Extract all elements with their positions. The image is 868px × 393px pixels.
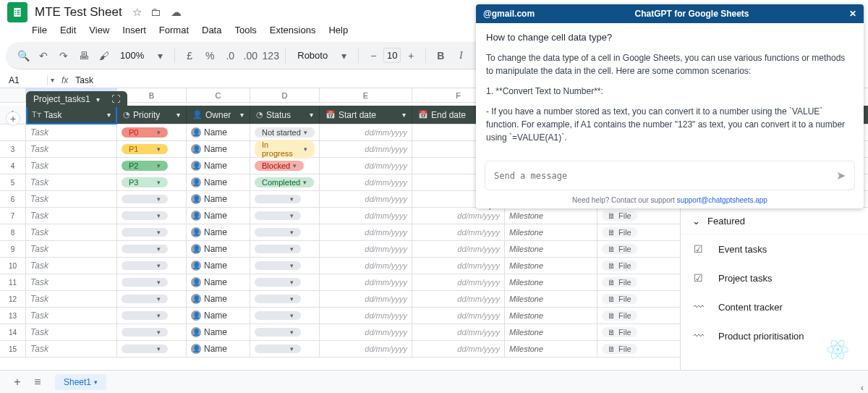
percent-icon[interactable]: %	[201, 47, 218, 64]
empty-chip[interactable]: ▾	[122, 261, 168, 270]
redo-icon[interactable]: ↷	[55, 47, 72, 64]
empty-chip[interactable]: ▾	[122, 228, 168, 237]
empty-chip[interactable]: ▾	[255, 211, 301, 220]
cell-start[interactable]: dd/mm/yyyy	[320, 158, 412, 174]
empty-chip[interactable]: ▾	[122, 295, 168, 303]
empty-chip[interactable]: ▾	[255, 261, 301, 270]
row-header[interactable]	[0, 124, 26, 140]
star-icon[interactable]: ☆	[132, 6, 142, 18]
chevron-down-icon[interactable]: ▾	[402, 111, 406, 119]
cell-milestone[interactable]: Milestone	[505, 341, 597, 357]
cell-owner[interactable]: 👤Name	[187, 141, 250, 157]
cell-end[interactable]: dd/mm/yyyy	[412, 224, 505, 240]
close-icon[interactable]: ✕	[849, 9, 856, 19]
col-header-c[interactable]: C	[187, 88, 250, 103]
italic-icon[interactable]: I	[452, 47, 469, 64]
cell-milestone[interactable]: Milestone	[505, 241, 597, 257]
row-header[interactable]: 14	[0, 324, 26, 340]
add-row-button[interactable]: +	[6, 111, 20, 126]
empty-chip[interactable]: ▾	[255, 295, 301, 303]
template-event-tasks[interactable]: ☑ Event tasks	[681, 234, 868, 263]
cell-start[interactable]: dd/mm/yyyy	[320, 191, 412, 207]
cell-milestone[interactable]: Milestone	[505, 274, 597, 290]
chevron-down-icon[interactable]: ▾	[176, 111, 180, 119]
cell-file[interactable]: 🗎File	[597, 208, 690, 224]
cell-priority[interactable]: ▾	[117, 274, 187, 290]
cell-task[interactable]: Task	[26, 224, 117, 240]
cell-task[interactable]: Task	[26, 291, 117, 307]
cell-priority[interactable]: ▾	[117, 258, 187, 274]
increase-decimal-icon[interactable]: .00	[242, 47, 259, 64]
cell-start[interactable]: dd/mm/yyyy	[320, 208, 412, 224]
cell-owner[interactable]: 👤Name	[187, 191, 250, 207]
cell-end[interactable]: dd/mm/yyyy	[412, 341, 505, 357]
empty-chip[interactable]: ▾	[255, 328, 301, 337]
cell-priority[interactable]: ▾	[117, 241, 187, 257]
cell-task[interactable]: Task	[26, 191, 117, 207]
chip[interactable]: Completed▾	[255, 177, 314, 187]
chat-input[interactable]: ➤	[485, 161, 855, 190]
cell-start[interactable]: dd/mm/yyyy	[320, 258, 412, 274]
chevron-down-icon[interactable]: ▾	[310, 111, 313, 119]
sheets-logo[interactable]	[7, 2, 27, 22]
cell-start[interactable]: dd/mm/yyyy	[320, 141, 412, 157]
cell-priority[interactable]: P3▾	[117, 174, 187, 190]
menu-format[interactable]: Format	[159, 25, 189, 38]
cell-start[interactable]: dd/mm/yyyy	[320, 308, 412, 324]
support-link[interactable]: support@chatgptsheets.app	[677, 196, 767, 204]
chevron-down-icon[interactable]: ▾	[94, 379, 98, 386]
th-task[interactable]: TᴛTask▾	[26, 106, 117, 124]
cell-task[interactable]: Task	[26, 158, 117, 174]
empty-chip[interactable]: ▾	[255, 345, 301, 353]
cell-milestone[interactable]: Milestone	[505, 258, 597, 274]
cell-owner[interactable]: 👤Name	[187, 274, 250, 290]
cell-status[interactable]: Completed▾	[250, 174, 320, 190]
cell-owner[interactable]: 👤Name	[187, 341, 250, 357]
chip[interactable]: P1▾	[122, 144, 168, 154]
th-owner[interactable]: 👤Owner▾	[187, 106, 250, 124]
cell-file[interactable]: 🗎File	[597, 341, 690, 357]
menu-view[interactable]: View	[89, 25, 109, 38]
row-header[interactable]: 7	[0, 208, 26, 224]
font-size[interactable]: 10	[383, 48, 401, 63]
chip[interactable]: P0▾	[122, 127, 168, 138]
cell-status[interactable]: ▾	[250, 291, 320, 307]
table-name-chip[interactable]: Project_tasks1 ▾ ⛶	[26, 91, 127, 107]
cell-task[interactable]: Task	[26, 274, 117, 290]
cell-status[interactable]: ▾	[250, 258, 320, 274]
col-header-d[interactable]: D	[250, 88, 320, 103]
decrease-decimal-icon[interactable]: .0	[221, 47, 239, 64]
move-icon[interactable]: 🗀	[150, 6, 161, 18]
cell-priority[interactable]: ▾	[117, 341, 187, 357]
cell-task[interactable]: Task	[26, 208, 117, 224]
chip[interactable]: Blocked▾	[255, 161, 304, 171]
empty-chip[interactable]: ▾	[255, 245, 301, 253]
row-header[interactable]: 13	[0, 308, 26, 324]
cell-end[interactable]: dd/mm/yyyy	[412, 208, 505, 224]
cell-status[interactable]: Blocked▾	[250, 158, 320, 174]
cell-start[interactable]: dd/mm/yyyy	[320, 291, 412, 307]
row-header[interactable]: 6	[0, 191, 26, 207]
scroll-left-icon[interactable]: ‹	[861, 383, 864, 393]
cell-task[interactable]: Task	[26, 174, 117, 190]
row-header[interactable]: 15	[0, 341, 26, 357]
cell-status[interactable]: ▾	[250, 308, 320, 324]
menu-tools[interactable]: Tools	[234, 25, 256, 38]
cell-status[interactable]: ▾	[250, 274, 320, 290]
cell-owner[interactable]: 👤Name	[187, 158, 250, 174]
cell-status[interactable]: Not started▾	[250, 124, 320, 140]
formula-input[interactable]: Task	[72, 75, 96, 85]
cell-file[interactable]: 🗎File	[597, 291, 690, 307]
doc-title[interactable]: MTE Test Sheet	[35, 5, 122, 20]
menu-edit[interactable]: Edit	[60, 25, 76, 38]
cell-status[interactable]: ▾	[250, 341, 320, 357]
expand-icon[interactable]: ⛶	[111, 94, 120, 104]
cell-start[interactable]: dd/mm/yyyy	[320, 124, 412, 140]
row-header[interactable]: 5	[0, 174, 26, 190]
cell-priority[interactable]: P2▾	[117, 158, 187, 174]
decrease-font-icon[interactable]: −	[365, 47, 382, 64]
cell-priority[interactable]: P1▾	[117, 141, 187, 157]
font-dropdown-icon[interactable]: ▾	[335, 47, 352, 64]
cell-owner[interactable]: 👤Name	[187, 308, 250, 324]
cell-status[interactable]: ▾	[250, 191, 320, 207]
